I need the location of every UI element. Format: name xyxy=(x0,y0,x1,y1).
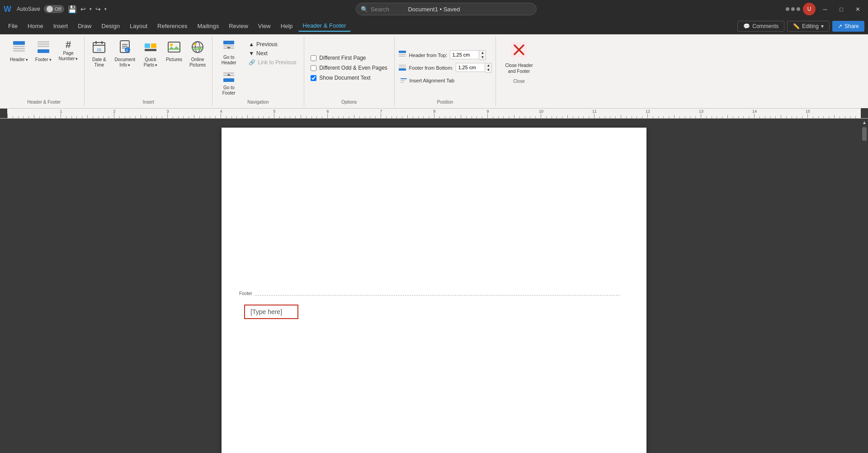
date-time-icon: 26 xyxy=(92,40,106,56)
menu-item-insert[interactable]: Insert xyxy=(49,21,73,31)
minimize-button[interactable]: ─ xyxy=(818,3,832,15)
footer-bottom-down[interactable]: ▼ xyxy=(485,68,491,72)
menu-item-layout[interactable]: Layout xyxy=(125,21,152,31)
header-from-top-input[interactable] xyxy=(450,50,479,59)
different-first-page-checkbox[interactable] xyxy=(311,55,316,61)
svg-rect-44 xyxy=(401,82,404,83)
editing-button[interactable]: ✏️ Editing ▾ xyxy=(787,21,830,32)
canvas-area[interactable]: Footer [Type here] xyxy=(7,119,861,453)
document-info-button[interactable]: i DocumentInfo xyxy=(112,38,138,70)
next-button[interactable]: ▼ Next xyxy=(245,49,300,58)
menu-item-home[interactable]: Home xyxy=(23,21,48,31)
quick-parts-button[interactable]: QuickParts xyxy=(140,38,161,70)
undo-dropdown[interactable]: ▾ xyxy=(90,7,92,11)
next-icon: ▼ xyxy=(249,50,254,57)
footer-from-bottom-input[interactable] xyxy=(456,63,485,72)
svg-rect-43 xyxy=(401,80,405,81)
save-icon[interactable]: 💾 xyxy=(68,5,77,14)
svg-rect-2 xyxy=(13,48,25,49)
menu-item-file[interactable]: File xyxy=(4,21,22,31)
options-group-items: Different First Page Different Odd & Eve… xyxy=(311,38,387,98)
header-from-top-label: Header from Top: xyxy=(409,52,448,58)
svg-rect-10 xyxy=(95,41,97,44)
menu-item-design[interactable]: Design xyxy=(97,21,124,31)
redo-btn[interactable]: ↪ xyxy=(95,5,101,13)
ribbon-group-insert: 26 Date &Time i DocumentInfo QuickParts xyxy=(85,36,212,106)
different-odd-even-checkbox[interactable] xyxy=(311,65,316,71)
menu-item-mailings[interactable]: Mailings xyxy=(193,21,224,31)
menu-item-draw[interactable]: Draw xyxy=(73,21,96,31)
online-pictures-icon xyxy=(190,40,205,56)
undo-btn[interactable]: ↩ xyxy=(80,5,86,13)
ruler-right-corner xyxy=(861,108,868,118)
autosave-label: AutoSave xyxy=(17,6,40,12)
footer-button[interactable]: Footer xyxy=(33,38,54,64)
title-bar: W AutoSave Off 💾 ↩ ▾ ↪ ▾ 🔍 Search Docume… xyxy=(0,0,868,18)
date-time-button[interactable]: 26 Date &Time xyxy=(88,38,110,70)
insert-alignment-tab-label: Insert Alignment Tab xyxy=(410,78,454,83)
header-button[interactable]: Header xyxy=(7,38,31,64)
online-pictures-button[interactable]: OnlinePictures xyxy=(187,38,208,70)
svg-rect-40 xyxy=(399,67,406,67)
footer-label-tag: Footer xyxy=(237,291,254,296)
menu-item-header-footer[interactable]: Header & Footer xyxy=(298,20,351,32)
close-button[interactable]: ✕ xyxy=(851,3,864,15)
ruler-area: 123456789101112131415 xyxy=(0,109,868,119)
ribbon-group-options: Different First Page Different Odd & Eve… xyxy=(304,36,395,106)
menu-item-help[interactable]: Help xyxy=(276,21,297,31)
svg-text:26: 26 xyxy=(97,48,101,52)
header-from-top-icon xyxy=(398,50,406,60)
scroll-up-button[interactable]: ▲ xyxy=(862,119,867,126)
hf-group-label: Header & Footer xyxy=(27,100,61,105)
type-here-field[interactable]: [Type here] xyxy=(244,305,298,319)
quick-access-dropdown[interactable]: ▾ xyxy=(104,7,107,11)
page-number-button[interactable]: # PageNumber xyxy=(56,38,81,63)
ribbon-group-position: Header from Top: ▲ ▼ Footer from Bottom: xyxy=(395,36,496,106)
date-time-label: Date &Time xyxy=(92,57,106,68)
user-dots xyxy=(786,7,800,11)
svg-rect-3 xyxy=(13,50,25,52)
menu-item-view[interactable]: View xyxy=(254,21,275,31)
nav-group-items: ▲ Previous ▼ Next 🔗 Link to Previous xyxy=(245,38,300,67)
footer-bottom-up[interactable]: ▲ xyxy=(485,63,491,68)
svg-text:i: i xyxy=(127,48,128,52)
title-right: U ─ □ ✕ xyxy=(786,3,864,15)
svg-rect-37 xyxy=(399,54,406,55)
ribbon-group-header-footer: Header Footer # PageNumber Header & Foot… xyxy=(4,36,85,106)
right-scrollbar[interactable]: ▲ ▼ xyxy=(861,119,868,453)
autosave-toggle[interactable]: Off xyxy=(44,5,64,13)
different-odd-even-row[interactable]: Different Odd & Even Pages xyxy=(311,65,387,71)
different-first-page-row[interactable]: Different First Page xyxy=(311,55,387,61)
previous-icon: ▲ xyxy=(249,41,254,48)
comment-icon: 💬 xyxy=(743,23,750,29)
menu-item-review[interactable]: Review xyxy=(224,21,253,31)
maximize-button[interactable]: □ xyxy=(835,3,848,15)
close-header-footer-button[interactable]: Close Headerand Footer xyxy=(500,38,538,77)
edit-icon: ✏️ xyxy=(793,23,800,29)
insert-alignment-tab-button[interactable]: Insert Alignment Tab xyxy=(398,76,492,86)
share-icon: ↗ xyxy=(838,23,842,29)
header-top-up[interactable]: ▲ xyxy=(479,51,486,55)
document-page: Footer [Type here] xyxy=(222,128,646,453)
alignment-tab-icon xyxy=(400,76,407,85)
show-document-text-checkbox[interactable] xyxy=(311,75,316,81)
share-button[interactable]: ↗ Share xyxy=(832,21,864,32)
goto-footer-button[interactable]: Go toFooter xyxy=(216,68,241,98)
svg-rect-4 xyxy=(38,41,49,43)
header-top-down[interactable]: ▼ xyxy=(479,55,486,60)
previous-button[interactable]: ▲ Previous xyxy=(245,40,300,49)
position-group-label: Position xyxy=(437,100,453,105)
document-info-icon: i xyxy=(118,40,132,56)
footer-label: Footer xyxy=(35,57,52,62)
show-document-text-row[interactable]: Show Document Text xyxy=(311,75,387,81)
menu-item-references[interactable]: References xyxy=(153,21,192,31)
comments-button[interactable]: 💬 Comments xyxy=(737,21,784,32)
pictures-button[interactable]: Pictures xyxy=(163,38,185,64)
toggle-state: Off xyxy=(55,6,61,12)
footer-from-bottom-input-wrap: ▲ ▼ xyxy=(456,63,492,73)
scroll-thumb[interactable] xyxy=(862,127,867,141)
footer-area[interactable]: [Type here] xyxy=(222,296,646,341)
ribbon: Header Footer # PageNumber Header & Foot… xyxy=(0,34,868,109)
user-avatar[interactable]: U xyxy=(803,3,816,15)
goto-header-button[interactable]: Go toHeader xyxy=(216,38,241,67)
